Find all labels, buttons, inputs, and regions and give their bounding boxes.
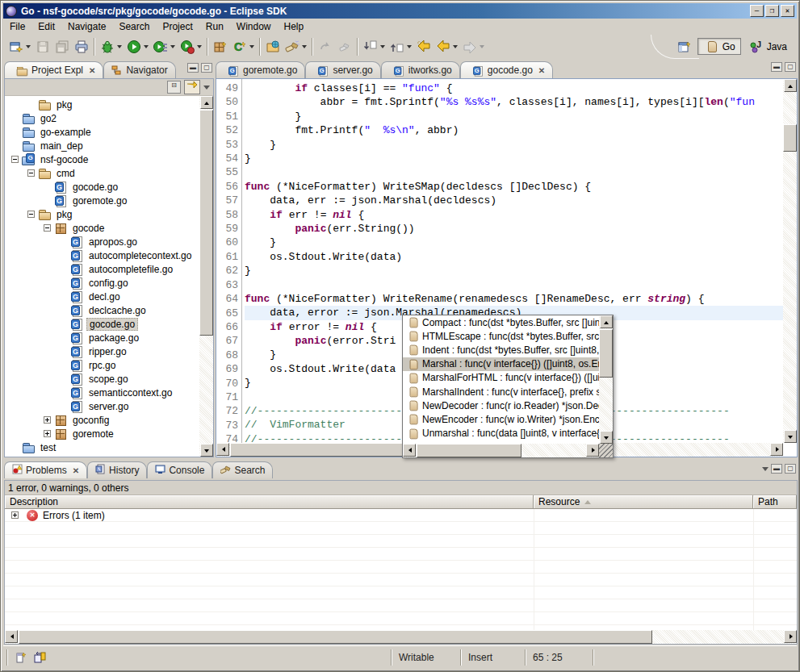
scroll-thumb[interactable]	[783, 124, 797, 152]
next-annotation-dropdown[interactable]	[380, 45, 385, 48]
collapse-icon[interactable]	[27, 211, 35, 218]
tree-item-goconfig[interactable]: goconfig	[5, 413, 199, 427]
search-dropdown[interactable]	[302, 45, 307, 48]
completion-item[interactable]: MarshalForHTML : func(v interface{}) ([]…	[403, 371, 599, 385]
tree-item-decl-go[interactable]: decl.go	[5, 290, 199, 303]
undo-button[interactable]	[316, 37, 335, 56]
open-resource-button[interactable]	[263, 37, 283, 56]
tree-item-pkg[interactable]: pkg	[5, 207, 199, 221]
scroll-down-arrow[interactable]	[600, 431, 613, 444]
java-perspective-button[interactable]: J Java	[744, 38, 792, 56]
editor-presentation-icon[interactable]	[33, 650, 48, 665]
previous-annotation-button[interactable]	[387, 37, 414, 56]
link-with-editor-button[interactable]	[184, 80, 200, 94]
scroll-thumb[interactable]	[199, 110, 213, 336]
tab-navigator[interactable]: Navigator	[103, 61, 175, 78]
tree-item-config-go[interactable]: config.go	[5, 276, 199, 290]
expand-icon[interactable]	[11, 511, 19, 519]
close-button[interactable]: ✕	[781, 5, 794, 17]
tree-item-package-go[interactable]: package.go	[5, 331, 199, 344]
tree-item-gocode[interactable]: gocode	[5, 221, 199, 235]
collapse-icon[interactable]	[44, 224, 51, 232]
scroll-right-arrow[interactable]	[586, 444, 599, 457]
tree-item-rpc-go[interactable]: rpc.go	[5, 358, 199, 372]
tab-search[interactable]: Search	[212, 461, 273, 478]
new-class-dropdown[interactable]	[249, 45, 254, 48]
tab-problems[interactable]: Problems✕	[4, 461, 87, 478]
scroll-thumb[interactable]	[599, 329, 613, 378]
back-dropdown[interactable]	[453, 45, 458, 48]
explorer-maximize-button[interactable]: ▢	[201, 63, 212, 73]
scroll-thumb[interactable]	[417, 444, 521, 457]
editor-maximize-button[interactable]: ▢	[785, 62, 796, 72]
column-resource[interactable]: Resource	[534, 495, 753, 508]
completion-item[interactable]: Unmarshal : func(data []uint8, v interfa…	[403, 427, 599, 440]
tree-item-test[interactable]: test	[5, 440, 199, 454]
back-button[interactable]	[434, 37, 460, 56]
collapse-all-button[interactable]: ⊟	[167, 81, 181, 94]
tab-console[interactable]: Console	[147, 461, 212, 478]
expand-icon[interactable]	[44, 416, 51, 424]
completion-item[interactable]: MarshalIndent : func(v interface{}, pref…	[403, 385, 599, 399]
fast-view-icon[interactable]	[14, 650, 28, 665]
tree-item-ripper-go[interactable]: ripper.go	[5, 344, 199, 358]
minimize-button[interactable]: –	[750, 5, 764, 17]
tree-item-pkg[interactable]: pkg	[5, 98, 199, 111]
problems-maximize-button[interactable]: ▢	[785, 464, 796, 474]
explorer-minimize-button[interactable]: ▬	[187, 63, 199, 73]
title-bar[interactable]: Go - nsf-gocode/src/pkg/gocode/gocode.go…	[3, 3, 797, 19]
tree-item-go-example[interactable]: go-example	[5, 125, 199, 139]
tab-close-icon[interactable]: ✕	[73, 466, 79, 475]
completion-item[interactable]: Compact : func(dst *bytes.Buffer, src []…	[403, 315, 599, 329]
completion-item[interactable]: NewDecoder : func(r io.Reader) *json.Dec…	[403, 399, 599, 412]
tree-item-server-go[interactable]: server.go	[5, 399, 199, 413]
forward-dropdown[interactable]	[480, 45, 484, 48]
editor-tab-gocode-go[interactable]: gocode.go✕	[460, 61, 553, 78]
profile-dropdown[interactable]	[197, 45, 202, 48]
run-button[interactable]	[124, 37, 151, 56]
problems-row-errors[interactable]: Errors (1 item)	[5, 509, 797, 522]
scroll-up-arrow[interactable]	[784, 79, 797, 92]
editor-tab-itworks-go[interactable]: itworks.go	[381, 61, 460, 78]
explorer-vscroll[interactable]	[199, 96, 213, 457]
next-annotation-button[interactable]	[361, 37, 387, 56]
last-edit-location-button[interactable]	[414, 37, 434, 56]
tree-item-cmd[interactable]: cmd	[5, 166, 199, 180]
scroll-up-arrow[interactable]	[600, 315, 613, 328]
menu-help[interactable]: Help	[278, 19, 311, 34]
debug-dropdown[interactable]	[117, 45, 122, 48]
go-perspective-button[interactable]: Go	[697, 38, 741, 55]
completion-item[interactable]: HTMLEscape : func(dst *bytes.Buffer, src…	[403, 329, 599, 343]
scroll-right-arrow[interactable]	[770, 443, 783, 456]
scroll-thumb[interactable]	[19, 630, 652, 644]
scroll-left-arrow[interactable]	[216, 443, 229, 456]
run-history-dropdown[interactable]	[170, 45, 175, 48]
scroll-right-arrow[interactable]	[784, 630, 797, 643]
editor-vscroll[interactable]	[783, 79, 797, 443]
previous-annotation-dropdown[interactable]	[407, 45, 412, 48]
popup-vscroll[interactable]	[599, 315, 613, 444]
scroll-down-arrow[interactable]	[784, 430, 797, 443]
maximize-button[interactable]: ❒	[765, 5, 779, 17]
tree-item-scope-go[interactable]: scope.go	[5, 372, 199, 386]
problems-view-menu[interactable]	[762, 467, 769, 471]
tree-item-gocode-go[interactable]: gocode.go	[5, 180, 199, 194]
tab-close-icon[interactable]: ✕	[89, 66, 95, 75]
new-package-button[interactable]	[211, 37, 230, 56]
menu-edit[interactable]: Edit	[31, 19, 61, 34]
tab-project-explorer[interactable]: Project Expl ✕	[4, 61, 103, 78]
completion-item[interactable]: Indent : func(dst *bytes.Buffer, src []u…	[403, 343, 599, 357]
tree-item-nsf-gocode[interactable]: nsf-gocode	[5, 152, 199, 166]
collapse-icon[interactable]	[27, 169, 35, 177]
editor-tab-server-go[interactable]: server.go	[305, 61, 380, 78]
explorer-view-menu[interactable]	[203, 86, 210, 90]
column-path[interactable]: Path	[753, 495, 797, 508]
menu-navigate[interactable]: Navigate	[61, 19, 112, 34]
menu-window[interactable]: Window	[230, 19, 278, 34]
tab-close-icon[interactable]: ✕	[538, 66, 545, 75]
editor-minimize-button[interactable]: ▬	[771, 62, 782, 72]
scroll-down-arrow[interactable]	[200, 444, 213, 457]
scroll-left-arrow[interactable]	[403, 444, 416, 457]
editor-tab-goremote-go[interactable]: goremote.go	[216, 61, 305, 78]
format-button[interactable]	[335, 37, 354, 56]
